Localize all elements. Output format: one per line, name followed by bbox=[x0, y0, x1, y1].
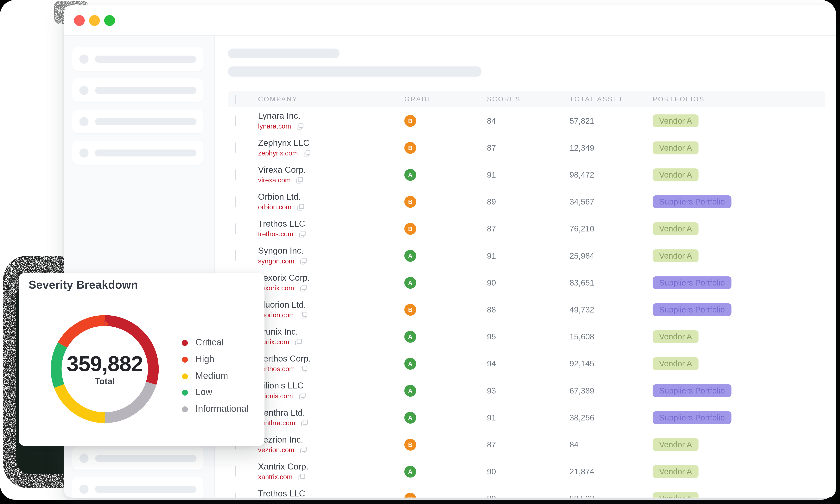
copy-icon[interactable] bbox=[295, 339, 302, 345]
main-content: COMPANYGRADESCORESTOTAL ASSETPORTFOLIOS … bbox=[215, 36, 836, 498]
grade-cell: A bbox=[404, 276, 487, 288]
company-name: Fluorion Ltd. bbox=[258, 300, 404, 310]
company-domain-row: lynara.com bbox=[258, 123, 404, 130]
select-all-checkbox[interactable] bbox=[235, 95, 236, 104]
table-row[interactable]: Zephyrix LLC zephyrix.com B 87 12,349 Ve… bbox=[228, 134, 825, 161]
row-checkbox[interactable] bbox=[235, 169, 236, 180]
row-checkbox[interactable] bbox=[235, 142, 236, 152]
grade-badge: B bbox=[404, 438, 416, 450]
skeleton-circle bbox=[79, 86, 88, 95]
company-domain-link[interactable]: orbion.com bbox=[258, 203, 291, 211]
table-row[interactable]: Xenthra Ltd. xenthra.com A 91 38,256 Sup… bbox=[228, 404, 825, 431]
row-checkbox-cell bbox=[228, 251, 258, 260]
table-row[interactable]: Virexa Corp. virexa.com A 91 98,472 Vend… bbox=[228, 161, 825, 188]
table-row[interactable]: Syngon Inc. syngon.com A 91 25,984 Vendo… bbox=[228, 242, 825, 269]
company-domain-link[interactable]: virexa.com bbox=[258, 177, 291, 184]
table-row[interactable]: Vilionis LLC vilionis.com A 93 67,389 Su… bbox=[228, 377, 825, 404]
page: COMPANYGRADESCORESTOTAL ASSETPORTFOLIOS … bbox=[0, 0, 840, 504]
severity-card-header: Severity Breakdown bbox=[19, 273, 265, 298]
table-row[interactable]: Trethos LLC trethos.com B 89 88,503 Vend… bbox=[228, 485, 825, 498]
company-domain-row: trethos.com bbox=[258, 231, 404, 238]
copy-icon[interactable] bbox=[304, 150, 310, 157]
grade-cell: A bbox=[404, 412, 487, 424]
copy-icon[interactable] bbox=[299, 393, 305, 399]
score-cell: 91 bbox=[487, 413, 570, 422]
company-cell: Lynara Inc. lynara.com bbox=[258, 111, 404, 130]
zoom-window-icon[interactable] bbox=[104, 15, 115, 26]
table-row[interactable]: Orbion Ltd. orbion.com B 89 34,567 Suppl… bbox=[228, 188, 825, 215]
donut-svg bbox=[51, 315, 159, 423]
table-row[interactable]: Trethos LLC trethos.com B 87 76,210 Vend… bbox=[228, 215, 825, 242]
sidebar-skeleton-item bbox=[72, 78, 203, 102]
portfolio-badge: Vendor A bbox=[653, 438, 698, 451]
table-row[interactable]: Fluorion Ltd. fluorion.com B 88 49,732 S… bbox=[228, 296, 825, 323]
legend-item-high: High bbox=[182, 354, 214, 365]
grade-cell: B bbox=[404, 304, 487, 316]
score-cell: 90 bbox=[487, 467, 570, 476]
company-domain-link[interactable]: vezrion.com bbox=[258, 446, 294, 454]
copy-icon[interactable] bbox=[299, 474, 305, 480]
close-window-icon[interactable] bbox=[74, 15, 85, 26]
copy-icon[interactable] bbox=[300, 258, 307, 265]
row-checkbox[interactable] bbox=[235, 466, 236, 476]
legend-item-critical: Critical bbox=[182, 337, 224, 348]
company-domain-row: virexa.com bbox=[258, 177, 404, 184]
company-domain-link[interactable]: syngon.com bbox=[258, 257, 294, 265]
company-name: Orbion Ltd. bbox=[258, 192, 404, 202]
table-row[interactable]: Vezrion Inc. vezrion.com B 87 84 Vendor … bbox=[228, 431, 825, 458]
table-row[interactable]: Verthos Corp. verthos.com A 94 92,145 Ve… bbox=[228, 350, 825, 377]
copy-icon[interactable] bbox=[297, 123, 303, 129]
company-domain-link[interactable]: trethos.com bbox=[258, 231, 293, 238]
company-domain-link[interactable]: xantrix.com bbox=[258, 473, 292, 481]
row-checkbox[interactable] bbox=[235, 115, 236, 125]
portfolio-cell: Vendor A bbox=[653, 222, 825, 235]
copy-icon[interactable] bbox=[299, 231, 306, 237]
score-cell: 88 bbox=[487, 305, 570, 314]
copy-icon[interactable] bbox=[300, 285, 306, 291]
copy-icon[interactable] bbox=[301, 420, 307, 426]
table-row[interactable]: Xantrix Corp. xantrix.com A 90 21,874 Ve… bbox=[228, 458, 825, 485]
total-asset-cell: 15,608 bbox=[570, 332, 653, 341]
portfolio-badge: Vendor A bbox=[653, 222, 698, 235]
copy-icon[interactable] bbox=[297, 177, 303, 184]
row-checkbox[interactable] bbox=[235, 493, 236, 498]
portfolio-badge: Suppliers Portfolio bbox=[653, 195, 731, 208]
company-domain-link[interactable]: lynara.com bbox=[258, 123, 291, 130]
portfolio-badge: Suppliers Portfolio bbox=[653, 276, 731, 289]
skeleton-line bbox=[95, 55, 196, 62]
score-cell: 87 bbox=[487, 143, 570, 152]
total-asset-cell: 25,984 bbox=[570, 251, 653, 260]
row-checkbox-cell bbox=[228, 224, 258, 233]
minimize-window-icon[interactable] bbox=[89, 15, 100, 26]
portfolio-cell: Vendor A bbox=[653, 465, 825, 478]
table-row[interactable]: Lynara Inc. lynara.com B 84 57,821 Vendo… bbox=[228, 107, 825, 134]
skeleton-line bbox=[95, 485, 196, 492]
row-checkbox[interactable] bbox=[235, 223, 236, 233]
company-name: Vexorix Corp. bbox=[258, 273, 404, 283]
legend-label: Informational bbox=[195, 403, 249, 414]
window-titlebar bbox=[64, 5, 836, 36]
grade-badge: A bbox=[404, 276, 416, 288]
total-asset-cell: 92,145 bbox=[570, 359, 653, 368]
copy-icon[interactable] bbox=[301, 312, 307, 319]
table-row[interactable]: Vexorix Corp. vexorix.com A 90 83,651 Su… bbox=[228, 269, 825, 296]
portfolio-cell: Suppliers Portfolio bbox=[653, 195, 825, 208]
row-checkbox[interactable] bbox=[235, 196, 236, 206]
copy-icon[interactable] bbox=[301, 366, 307, 372]
copy-icon[interactable] bbox=[298, 204, 304, 211]
portfolio-badge: Suppliers Portfolio bbox=[653, 411, 731, 424]
grade-badge: B bbox=[404, 304, 416, 316]
total-asset-cell: 84 bbox=[570, 440, 653, 449]
company-name: Verthos Corp. bbox=[258, 354, 404, 364]
copy-icon[interactable] bbox=[300, 447, 307, 453]
row-checkbox[interactable] bbox=[235, 250, 236, 260]
table-row[interactable]: Trunix Inc. trunix.com A 95 15,608 Vendo… bbox=[228, 323, 825, 350]
company-domain-link[interactable]: zephyrix.com bbox=[258, 150, 298, 157]
skeleton-line bbox=[95, 87, 196, 94]
grade-cell: A bbox=[404, 384, 487, 396]
grade-badge: A bbox=[404, 384, 416, 396]
company-name: Lynara Inc. bbox=[258, 111, 404, 121]
sidebar-skeleton-item bbox=[72, 109, 203, 133]
portfolio-badge: Vendor A bbox=[653, 357, 698, 370]
skeleton-circle bbox=[79, 454, 88, 463]
